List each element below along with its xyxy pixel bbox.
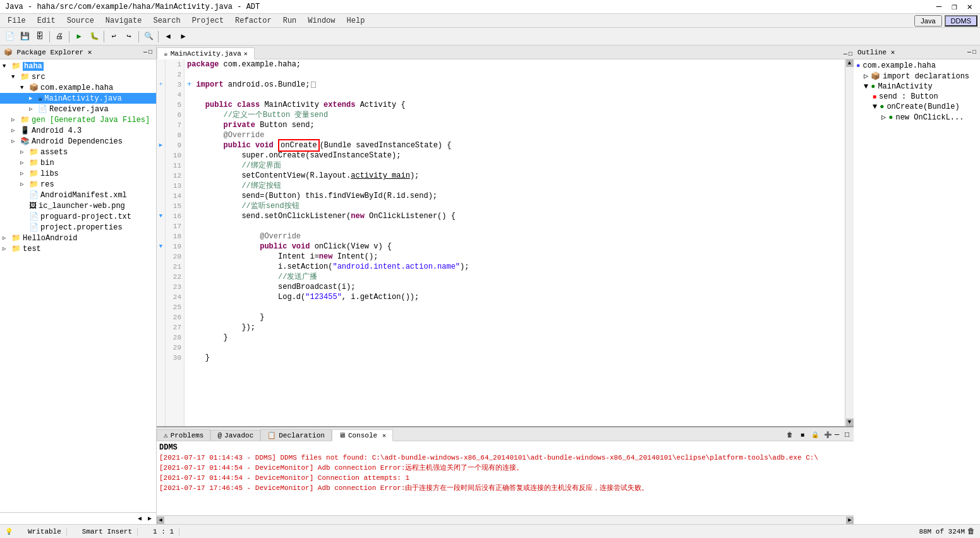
outline-item-package[interactable]: ● com.example.haha — [854, 61, 980, 71]
imports-expand-icon[interactable]: ▷ — [864, 71, 868, 81]
outline-content[interactable]: ● com.example.haha ▷ 📦 import declaratio… — [854, 59, 980, 524]
outline-item-mainactivity[interactable]: ▼ ● MainActivity — [854, 82, 980, 92]
back-button[interactable]: ◀ — [161, 30, 175, 44]
tree-item-bin[interactable]: ▷ 📁 bin — [0, 157, 156, 168]
menu-search[interactable]: Search — [148, 15, 185, 27]
tree-item-android-deps[interactable]: ▷ 📚 Android Dependencies — [0, 136, 156, 147]
hscroll-left[interactable]: ◀ — [157, 517, 164, 524]
expand-android-deps[interactable]: ▷ — [11, 138, 20, 145]
expand-test[interactable]: ▷ — [3, 245, 11, 252]
redo-button[interactable]: ↪ — [122, 30, 136, 44]
minimize-button[interactable]: — — [934, 1, 944, 12]
pe-scroll-right[interactable]: ▶ — [145, 513, 155, 523]
expand-receiver[interactable]: ▷ — [29, 106, 38, 113]
outline-item-imports[interactable]: ▷ 📦 import declarations — [854, 71, 980, 82]
pe-scroll-left[interactable]: ◀ — [135, 513, 145, 523]
save-all-button[interactable]: 🗄 — [33, 30, 47, 44]
menu-refactor[interactable]: Refactor — [230, 15, 277, 27]
console-scroll-lock[interactable]: 🔒 — [809, 429, 821, 441]
menu-navigate[interactable]: Navigate — [100, 15, 147, 27]
console-new-console[interactable]: ➕ — [822, 429, 833, 441]
pe-maximize-icon[interactable]: □ — [148, 49, 152, 56]
code-editor[interactable]: + ▶ ▼ ▼ — [157, 59, 854, 426]
close-button[interactable]: ✕ — [965, 1, 975, 12]
tree-item-proguard[interactable]: ▷ 📄 proguard-project.txt — [0, 211, 156, 222]
hscroll-right[interactable]: ▶ — [846, 517, 854, 524]
gc-button[interactable]: 🗑 — [967, 527, 975, 536]
editor-scrollbar[interactable]: ▲ ▼ — [845, 59, 854, 426]
tree-item-test[interactable]: ▷ 📁 test — [0, 243, 156, 254]
console-clear-button[interactable]: 🗑 — [784, 429, 795, 441]
bottom-tab-problems[interactable]: ⚠ Problems — [157, 429, 210, 441]
tree-item-ic-launcher[interactable]: ▷ 🖼 ic_launcher-web.png — [0, 200, 156, 211]
tree-item-gen[interactable]: ▷ 📁 gen [Generated Java Files] — [0, 114, 156, 125]
tree-item-com-example-haha[interactable]: ▼ 📦 com.example.haha — [0, 82, 156, 93]
expand-mainactivity[interactable]: ▶ — [29, 95, 38, 102]
tree-item-src[interactable]: ▼ 📁 src — [0, 71, 156, 82]
scroll-up-arrow[interactable]: ▲ — [846, 59, 854, 67]
oncreate-expand-icon[interactable]: ▼ — [873, 102, 877, 111]
expand-libs[interactable]: ▷ — [20, 170, 29, 177]
editor-maximize-icon[interactable]: □ — [849, 51, 852, 58]
run-button[interactable]: ▶ — [72, 30, 86, 44]
tree-item-res[interactable]: ▷ 📁 res — [0, 179, 156, 190]
bottom-tab-declaration[interactable]: 📋 Declaration — [260, 429, 332, 441]
menu-file[interactable]: File — [3, 15, 31, 27]
menu-help[interactable]: Help — [342, 15, 370, 27]
expand-src[interactable]: ▼ — [11, 74, 20, 80]
tree-item-libs[interactable]: ▷ 📁 libs — [0, 168, 156, 179]
bottom-maximize-icon[interactable]: □ — [845, 431, 854, 439]
expand-bin[interactable]: ▷ — [20, 159, 29, 166]
package-explorer-content[interactable]: ▼ 📁 haha ▼ 📁 src ▼ 📦 com.example.haha ▶ … — [0, 59, 156, 512]
bottom-minimize-icon[interactable]: — — [835, 431, 844, 439]
editor-tab-mainactivity[interactable]: ☕ MainActivity.java ✕ — [157, 47, 255, 59]
forward-button[interactable]: ▶ — [176, 30, 190, 44]
code-content-area[interactable]: package com.example.haha; + import andro… — [185, 59, 845, 426]
undo-button[interactable]: ↩ — [107, 30, 121, 44]
scroll-down-arrow[interactable]: ▼ — [846, 419, 854, 426]
menu-project[interactable]: Project — [187, 15, 229, 27]
menu-run[interactable]: Run — [278, 15, 302, 27]
editor-tab-close[interactable]: ✕ — [244, 50, 248, 58]
search-button[interactable]: 🔍 — [142, 30, 155, 44]
expand-gen[interactable]: ▷ — [11, 116, 20, 123]
expand-hello-android[interactable]: ▷ — [3, 235, 11, 241]
expand-com[interactable]: ▼ — [20, 85, 29, 91]
console-horizontal-scrollbar[interactable]: ◀ ▶ — [157, 515, 854, 524]
editor-minimize-icon[interactable]: — — [844, 51, 847, 58]
new-button[interactable]: 📄 — [3, 30, 16, 44]
tree-item-mainactivity[interactable]: ▶ ☕ MainActivity.java — [0, 93, 156, 104]
bottom-tab-console[interactable]: 🖥 Console ✕ — [332, 429, 393, 441]
expand-res[interactable]: ▷ — [20, 181, 29, 188]
expand-android43[interactable]: ▷ — [11, 127, 20, 134]
maximize-button[interactable]: ❐ — [949, 1, 959, 12]
pe-minimize-icon[interactable]: — — [143, 49, 147, 56]
save-button[interactable]: 💾 — [18, 30, 32, 44]
tree-item-androidmanifest[interactable]: ▷ 📄 AndroidManifest.xml — [0, 190, 156, 200]
outline-maximize[interactable]: □ — [972, 49, 976, 56]
outline-item-new-onclicklistener[interactable]: ▷ ● new OnClickL... — [854, 112, 980, 123]
tree-item-project-props[interactable]: ▷ 📄 project.properties — [0, 222, 156, 233]
menu-source[interactable]: Source — [62, 15, 99, 27]
console-terminate-button[interactable]: ■ — [797, 429, 808, 441]
java-perspective-button[interactable]: Java — [914, 15, 941, 27]
debug-button[interactable]: 🐛 — [87, 30, 101, 44]
print-button[interactable]: 🖨 — [52, 30, 66, 44]
expand-haha[interactable]: ▼ — [3, 63, 11, 70]
bottom-tab-javadoc[interactable]: @ Javadoc — [210, 430, 260, 441]
ddms-perspective-button[interactable]: DDMS — [945, 15, 977, 27]
outline-minimize[interactable]: — — [967, 49, 971, 56]
menu-edit[interactable]: Edit — [32, 15, 61, 27]
tree-item-haha[interactable]: ▼ 📁 haha — [0, 61, 156, 71]
console-close[interactable]: ✕ — [382, 432, 386, 439]
outline-item-oncreate[interactable]: ▼ ● onCreate(Bundle) — [854, 102, 980, 112]
onclick-expand-icon[interactable]: ▷ — [881, 113, 886, 122]
tree-item-assets[interactable]: ▷ 📁 assets — [0, 147, 156, 157]
tree-item-hello-android[interactable]: ▷ 📁 HelloAndroid — [0, 233, 156, 243]
tree-item-android43[interactable]: ▷ 📱 Android 4.3 — [0, 125, 156, 136]
outline-item-send-field[interactable]: ■ send : Button — [854, 92, 980, 102]
tree-item-receiver[interactable]: ▷ 📄 Receiver.java — [0, 104, 156, 114]
mainactivity-expand-icon[interactable]: ▼ — [864, 82, 868, 91]
expand-assets[interactable]: ▷ — [20, 149, 29, 156]
menu-window[interactable]: Window — [303, 15, 340, 27]
